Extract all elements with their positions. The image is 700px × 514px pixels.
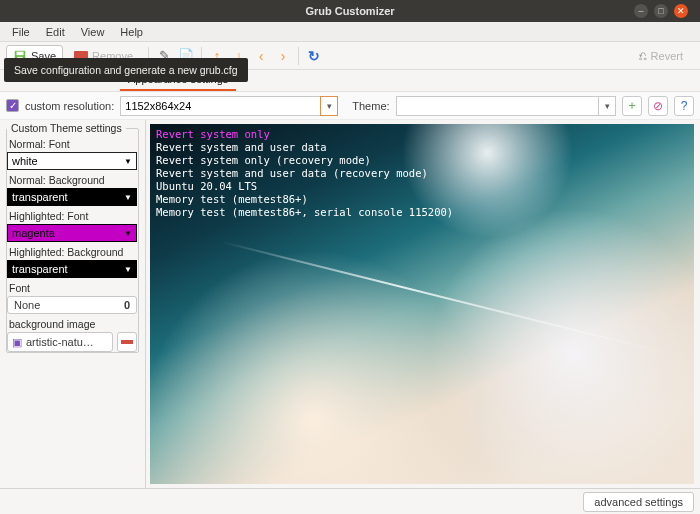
highlighted-bg-label: Highlighted: Background bbox=[9, 246, 138, 258]
theme-dropdown-button[interactable]: ▾ bbox=[598, 96, 616, 116]
arrow-left-icon: ‹ bbox=[259, 48, 264, 64]
advanced-settings-button[interactable]: advanced settings bbox=[583, 492, 694, 512]
move-right-button[interactable]: › bbox=[272, 45, 294, 67]
boot-entry: Revert system and user data bbox=[156, 141, 327, 153]
highlighted-bg-select[interactable]: transparent ▼ bbox=[7, 260, 137, 278]
save-tooltip: Save configuration and generate a new gr… bbox=[4, 58, 248, 82]
normal-font-select[interactable]: white ▼ bbox=[7, 152, 137, 170]
custom-theme-fieldset: Custom Theme settings Normal: Font white… bbox=[6, 122, 139, 353]
boot-menu-text: Revert system only Revert system and use… bbox=[156, 128, 453, 219]
custom-resolution-label: custom resolution: bbox=[25, 100, 114, 112]
menu-edit[interactable]: Edit bbox=[38, 24, 73, 40]
normal-font-value: white bbox=[12, 155, 38, 167]
boot-entry: Revert system and user data (recovery mo… bbox=[156, 167, 428, 179]
chevron-down-icon: ▼ bbox=[124, 193, 132, 202]
resolution-row: ✓ custom resolution: ▾ Theme: ▾ ＋ ⊘ ? bbox=[0, 92, 700, 120]
resolution-dropdown-button[interactable]: ▾ bbox=[320, 96, 338, 116]
bgimage-remove-button[interactable] bbox=[117, 332, 137, 352]
window-title: Grub Customizer bbox=[0, 5, 700, 17]
bgimage-filename: artistic-natu… bbox=[26, 336, 94, 348]
menu-view[interactable]: View bbox=[73, 24, 113, 40]
help-button[interactable]: ? bbox=[674, 96, 694, 116]
normal-bg-value: transparent bbox=[12, 191, 68, 203]
chevron-down-icon: ▼ bbox=[124, 229, 132, 238]
arrow-right-icon: › bbox=[281, 48, 286, 64]
bgimage-label: background image bbox=[9, 318, 138, 330]
bgimage-file-button[interactable]: ▣ artistic-natu… bbox=[7, 332, 113, 352]
window-maximize-button[interactable]: □ bbox=[654, 4, 668, 18]
footer: advanced settings bbox=[0, 488, 700, 514]
theme-sidebar: Custom Theme settings Normal: Font white… bbox=[0, 120, 146, 488]
titlebar: Grub Customizer – □ ✕ bbox=[0, 0, 700, 22]
theme-label: Theme: bbox=[352, 100, 389, 112]
revert-label: Revert bbox=[651, 50, 683, 62]
reload-icon: ↻ bbox=[308, 48, 320, 64]
revert-button[interactable]: ⎌ Revert bbox=[632, 45, 690, 67]
menu-help[interactable]: Help bbox=[112, 24, 151, 40]
normal-font-label: Normal: Font bbox=[9, 138, 138, 150]
custom-theme-legend: Custom Theme settings bbox=[7, 122, 126, 134]
resolution-input[interactable] bbox=[120, 96, 320, 116]
custom-resolution-checkbox[interactable]: ✓ bbox=[6, 99, 19, 112]
normal-bg-label: Normal: Background bbox=[9, 174, 138, 186]
window-minimize-button[interactable]: – bbox=[634, 4, 648, 18]
separator bbox=[298, 47, 299, 65]
boot-entry: Memory test (memtest86+, serial console … bbox=[156, 206, 453, 218]
theme-combo[interactable]: ▾ bbox=[396, 96, 616, 116]
normal-bg-select[interactable]: transparent ▼ bbox=[7, 188, 137, 206]
theme-remove-button[interactable]: ⊘ bbox=[648, 96, 668, 116]
font-section-label: Font bbox=[9, 282, 138, 294]
highlighted-font-value: magenta bbox=[12, 227, 55, 239]
highlighted-bg-value: transparent bbox=[12, 263, 68, 275]
minus-icon bbox=[121, 340, 133, 344]
reload-button[interactable]: ↻ bbox=[303, 45, 325, 67]
boot-entry: Memory test (memtest86+) bbox=[156, 193, 308, 205]
svg-rect-1 bbox=[17, 51, 24, 55]
boot-entry: Ubuntu 20.04 LTS bbox=[156, 180, 257, 192]
resolution-combo[interactable]: ▾ bbox=[120, 96, 338, 116]
highlighted-font-label: Highlighted: Font bbox=[9, 210, 138, 222]
font-picker[interactable]: None 0 bbox=[7, 296, 137, 314]
boot-preview: Revert system only Revert system and use… bbox=[150, 124, 694, 484]
menubar: File Edit View Help bbox=[0, 22, 700, 42]
boot-entry: Revert system only (recovery mode) bbox=[156, 154, 371, 166]
move-left-button[interactable]: ‹ bbox=[250, 45, 272, 67]
font-size: 0 bbox=[124, 299, 130, 311]
theme-input[interactable] bbox=[396, 96, 598, 116]
window-close-button[interactable]: ✕ bbox=[674, 4, 688, 18]
theme-add-button[interactable]: ＋ bbox=[622, 96, 642, 116]
highlighted-font-select[interactable]: magenta ▼ bbox=[7, 224, 137, 242]
boot-entry-highlighted: Revert system only bbox=[156, 128, 270, 140]
advanced-settings-label: advanced settings bbox=[594, 496, 683, 508]
chevron-down-icon: ▼ bbox=[124, 265, 132, 274]
menu-file[interactable]: File bbox=[4, 24, 38, 40]
chevron-down-icon: ▼ bbox=[124, 157, 132, 166]
revert-icon: ⎌ bbox=[639, 48, 647, 63]
image-icon: ▣ bbox=[12, 336, 22, 349]
font-name: None bbox=[14, 299, 40, 311]
